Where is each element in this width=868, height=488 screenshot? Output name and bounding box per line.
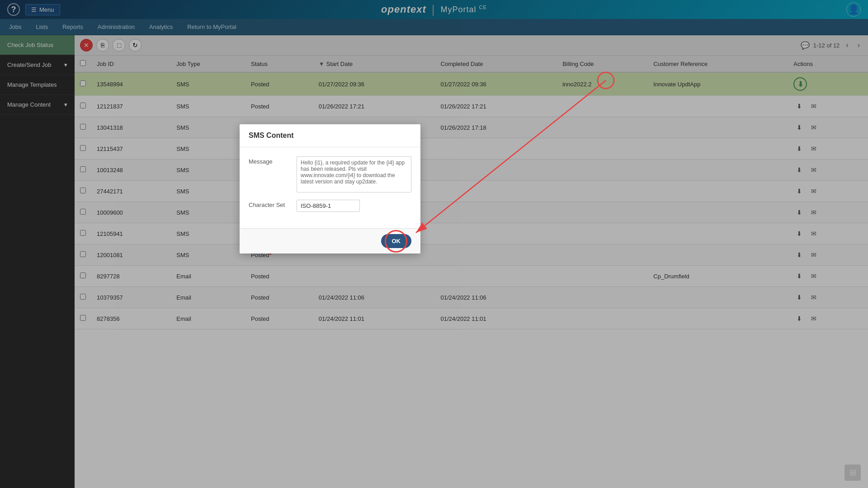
charset-row: Character Set <box>249 200 411 212</box>
modal-footer: OK <box>240 228 420 253</box>
modal-title: SMS Content <box>240 124 420 147</box>
modal-body: Message Character Set <box>240 147 420 228</box>
message-label: Message <box>249 156 289 165</box>
modal-overlay: SMS Content Message Character Set OK <box>0 0 868 488</box>
charset-label: Character Set <box>249 200 289 208</box>
ok-button-container: OK <box>381 234 412 248</box>
message-textarea[interactable] <box>297 156 411 192</box>
charset-input[interactable] <box>297 200 360 212</box>
sms-content-modal: SMS Content Message Character Set OK <box>240 124 420 253</box>
ok-button[interactable]: OK <box>381 234 412 248</box>
message-row: Message <box>249 156 411 192</box>
